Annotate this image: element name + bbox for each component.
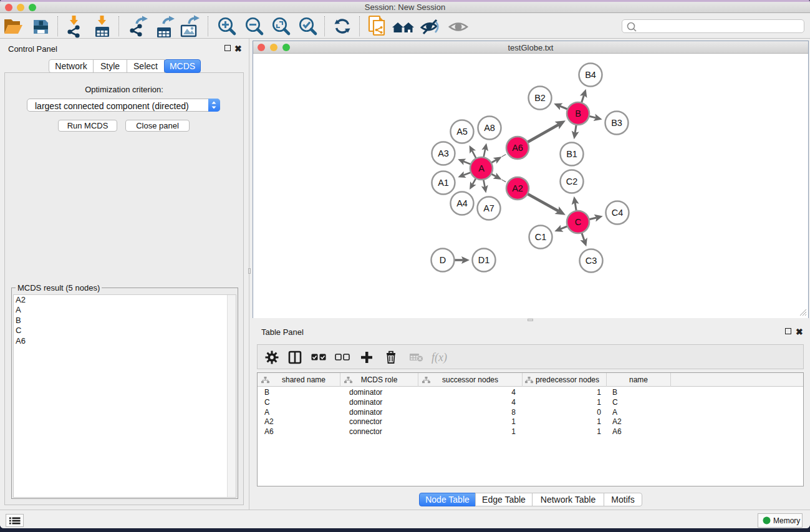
svg-text:B: B	[575, 109, 581, 118]
svg-text:D: D	[440, 255, 446, 265]
svg-text:A8: A8	[484, 123, 495, 133]
svg-text:B3: B3	[611, 118, 622, 128]
svg-text:B4: B4	[585, 70, 596, 80]
svg-text:C4: C4	[612, 208, 624, 218]
svg-text:A1: A1	[438, 178, 449, 188]
svg-text:A7: A7	[483, 203, 494, 213]
svg-text:A: A	[478, 163, 485, 173]
svg-text:A6: A6	[512, 143, 523, 153]
svg-text:D1: D1	[478, 255, 490, 265]
svg-text:A2: A2	[512, 183, 523, 193]
svg-text:C2: C2	[566, 177, 578, 186]
svg-text:C3: C3	[586, 256, 597, 266]
svg-text:A4: A4	[456, 198, 468, 208]
svg-text:B1: B1	[566, 149, 577, 159]
svg-text:A3: A3	[438, 148, 449, 158]
svg-text:A5: A5	[456, 127, 468, 137]
svg-text:C1: C1	[535, 232, 547, 242]
svg-text:C: C	[575, 217, 581, 227]
svg-text:B2: B2	[534, 93, 546, 103]
